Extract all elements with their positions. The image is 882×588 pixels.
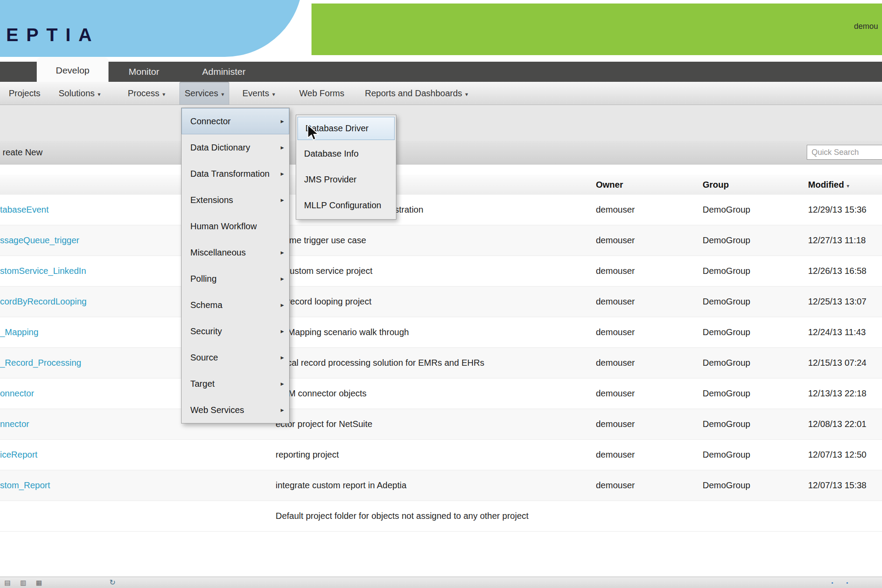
menu-bar: ProjectsSolutions▾Process▾Services▾Event… bbox=[0, 82, 882, 105]
footer-panel-icon[interactable]: ▦ bbox=[36, 578, 42, 588]
submenu-arrow-icon: ▸ bbox=[280, 108, 284, 134]
owner-cell: demouser bbox=[596, 256, 692, 286]
modified-cell: 12/13/13 22:18 bbox=[808, 378, 882, 409]
services-menu-item-schema[interactable]: Schema▸ bbox=[182, 292, 289, 318]
object-description: CRM connector objects bbox=[276, 378, 599, 409]
primary-tabs: DevelopMonitorAdminister bbox=[0, 62, 882, 82]
caret-down-icon: ▾ bbox=[272, 91, 275, 98]
submenu-arrow-icon: ▸ bbox=[280, 292, 284, 318]
services-menu-item-web-services[interactable]: Web Services▸ bbox=[182, 397, 289, 423]
owner-cell: demouser bbox=[596, 378, 692, 409]
services-menu-item-source[interactable]: Source▸ bbox=[182, 344, 289, 371]
menu-item-events[interactable]: Events▾ bbox=[237, 82, 280, 105]
caret-down-icon: ▾ bbox=[221, 91, 224, 98]
owner-cell: demouser bbox=[596, 317, 692, 347]
caret-down-icon: ▾ bbox=[465, 91, 468, 98]
dropdown-item-label: Polling bbox=[190, 274, 217, 284]
mouse-cursor bbox=[307, 124, 320, 142]
group-cell: DemoGroup bbox=[703, 440, 799, 470]
create-new-button[interactable]: reate New bbox=[3, 141, 42, 164]
menu-item-solutions[interactable]: Solutions▾ bbox=[53, 82, 106, 105]
caret-down-icon: ▾ bbox=[98, 91, 101, 98]
dropdown-item-label: Miscellaneous bbox=[190, 248, 246, 257]
submenu-arrow-icon: ▸ bbox=[280, 134, 284, 161]
modified-cell: 12/25/13 13:07 bbox=[808, 287, 882, 317]
services-menu-item-miscellaneous[interactable]: Miscellaneous▸ bbox=[182, 239, 289, 266]
object-description: integrate custom report in Adeptia bbox=[276, 470, 599, 500]
header-green-band bbox=[312, 4, 882, 55]
owner-cell: demouser bbox=[596, 287, 692, 317]
list-toolbar: reate New bbox=[0, 141, 882, 164]
caret-down-icon: ▾ bbox=[162, 91, 165, 98]
status-footer: ▤ ▥ ▦ ↻ ▪ ▪ bbox=[0, 577, 882, 588]
table-row: cordByRecordLoopingby record looping pro… bbox=[0, 287, 882, 317]
modified-cell: 12/07/13 12:50 bbox=[808, 440, 882, 470]
object-description: In custom service project bbox=[276, 256, 599, 286]
services-menu-item-connector[interactable]: Connector▸ bbox=[182, 108, 289, 134]
group-cell: DemoGroup bbox=[703, 287, 799, 317]
services-menu-item-target[interactable]: Target▸ bbox=[182, 371, 289, 397]
objects-table-header: Owner Group Modified▾ bbox=[0, 175, 882, 195]
tab-administer[interactable]: Administer bbox=[192, 62, 255, 82]
object-description: by record looping project bbox=[276, 287, 599, 317]
object-name-link[interactable]: iceReport bbox=[0, 440, 262, 470]
modified-cell: 12/24/13 11:43 bbox=[808, 317, 882, 347]
menu-item-label: Web Forms bbox=[299, 88, 344, 98]
dropdown-item-label: Security bbox=[190, 326, 222, 336]
menu-item-web-forms[interactable]: Web Forms bbox=[294, 82, 350, 105]
dropdown-item-label: Extensions bbox=[190, 195, 233, 205]
owner-cell: demouser bbox=[596, 195, 692, 225]
submenu-arrow-icon: ▸ bbox=[280, 397, 284, 423]
dropdown-item-label: Connector bbox=[190, 116, 231, 126]
quick-search-input[interactable] bbox=[807, 145, 882, 160]
services-menu-item-data-dictionary[interactable]: Data Dictionary▸ bbox=[182, 134, 289, 161]
table-row: tabaseEventstrationdemouserDemoGroup12/2… bbox=[0, 195, 882, 225]
column-header-modified[interactable]: Modified▾ bbox=[808, 175, 849, 196]
group-cell: DemoGroup bbox=[703, 195, 799, 225]
group-cell: DemoGroup bbox=[703, 409, 799, 439]
menu-item-process[interactable]: Process▾ bbox=[122, 82, 171, 105]
modified-cell: 12/07/13 15:38 bbox=[808, 470, 882, 500]
dropdown-item-label: Target bbox=[190, 379, 215, 388]
content-header-band bbox=[0, 105, 882, 141]
services-menu-item-polling[interactable]: Polling▸ bbox=[182, 266, 289, 292]
table-row: stomService_LinkedInIn custom service pr… bbox=[0, 256, 882, 287]
tab-monitor[interactable]: Monitor bbox=[119, 62, 169, 82]
table-row: nnectorector project for NetSuitedemouse… bbox=[0, 409, 882, 440]
services-menu-item-human-workflow[interactable]: Human Workflow bbox=[182, 213, 289, 239]
table-row: iceReportreporting projectdemouserDemoGr… bbox=[0, 440, 882, 470]
object-description: edical record processing solution for EM… bbox=[276, 348, 599, 378]
modified-cell: 12/26/13 16:58 bbox=[808, 256, 882, 286]
group-cell: DemoGroup bbox=[703, 470, 799, 500]
footer-link-icon-1[interactable]: ▪ bbox=[831, 578, 833, 588]
menu-item-label: Services bbox=[185, 88, 218, 98]
adeptia-app-window: EPTIA demou DevelopMonitorAdminister Pro… bbox=[0, 0, 882, 588]
tab-develop[interactable]: Develop bbox=[37, 57, 108, 82]
connector-submenu-item-mllp-configuration[interactable]: MLLP Configuration bbox=[296, 192, 396, 218]
modified-cell: 12/15/13 07:24 bbox=[808, 348, 882, 378]
footer-grid-icon[interactable]: ▤ bbox=[4, 578, 10, 588]
submenu-arrow-icon: ▸ bbox=[280, 239, 284, 266]
menu-item-label: Projects bbox=[9, 88, 40, 98]
menu-item-reports-and-dashboards[interactable]: Reports and Dashboards▾ bbox=[360, 82, 473, 105]
menu-item-label: Process bbox=[128, 88, 159, 98]
footer-link-icon-2[interactable]: ▪ bbox=[846, 578, 848, 588]
services-menu-item-security[interactable]: Security▸ bbox=[182, 318, 289, 344]
table-row: _Mappingnd Mapping scenario walk through… bbox=[0, 317, 882, 348]
column-header-group[interactable]: Group bbox=[703, 175, 729, 195]
menu-item-label: Events bbox=[242, 88, 269, 98]
footer-refresh-icon[interactable]: ↻ bbox=[109, 578, 116, 588]
column-header-owner[interactable]: Owner bbox=[596, 175, 623, 195]
owner-cell: demouser bbox=[596, 470, 692, 500]
menu-item-services[interactable]: Services▾ bbox=[179, 82, 229, 105]
services-menu-item-extensions[interactable]: Extensions▸ bbox=[182, 187, 289, 213]
object-name-link[interactable]: stom_Report bbox=[0, 470, 262, 500]
group-cell: DemoGroup bbox=[703, 256, 799, 286]
submenu-arrow-icon: ▸ bbox=[280, 161, 284, 187]
services-menu-item-data-transformation[interactable]: Data Transformation▸ bbox=[182, 161, 289, 187]
footer-list-icon[interactable]: ▥ bbox=[20, 578, 26, 588]
menu-item-projects[interactable]: Projects bbox=[4, 82, 46, 105]
connector-submenu-item-database-info[interactable]: Database Info bbox=[296, 141, 396, 167]
group-cell: DemoGroup bbox=[703, 378, 799, 409]
connector-submenu-item-jms-provider[interactable]: JMS Provider bbox=[296, 167, 396, 192]
